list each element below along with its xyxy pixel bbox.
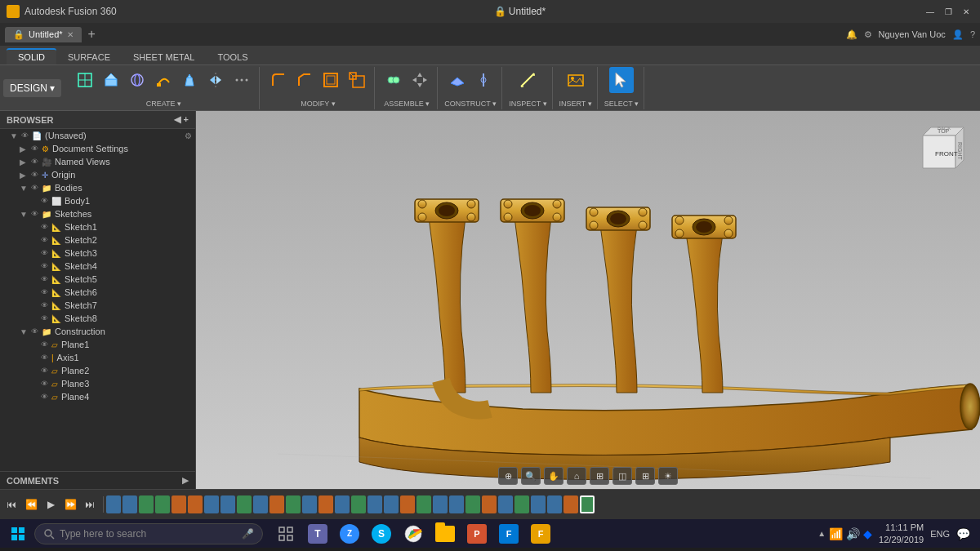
browser-item-sketch8[interactable]: ▶ 👁 📐 Sketch8 bbox=[0, 312, 195, 325]
design-dropdown[interactable]: DESIGN ▾ bbox=[3, 79, 61, 97]
start-button[interactable] bbox=[3, 519, 33, 549]
visibility-icon[interactable]: 👁 bbox=[31, 171, 38, 179]
timeline-item-25[interactable] bbox=[498, 495, 513, 513]
timeline-item-30[interactable] bbox=[580, 495, 595, 513]
timeline-item-24[interactable] bbox=[482, 495, 497, 513]
browser-item-sketch1[interactable]: ▶ 👁 📐 Sketch1 bbox=[0, 220, 195, 233]
loft-button[interactable] bbox=[177, 67, 202, 93]
files-button[interactable] bbox=[430, 519, 460, 549]
dropbox-icon[interactable]: ◆ bbox=[863, 527, 872, 540]
user-avatar[interactable]: 👤 bbox=[952, 29, 964, 40]
visibility-icon[interactable]: 👁 bbox=[41, 197, 48, 205]
visibility-icon[interactable]: 👁 bbox=[31, 184, 38, 192]
timeline-item-2[interactable] bbox=[122, 495, 137, 513]
more-create-button[interactable] bbox=[229, 67, 254, 93]
chamfer-button[interactable] bbox=[292, 67, 317, 93]
mirror-button[interactable] bbox=[203, 67, 228, 93]
timeline-next-button[interactable]: ⏩ bbox=[62, 496, 78, 513]
timeline-item-18[interactable] bbox=[384, 495, 399, 513]
timeline-item-1[interactable] bbox=[106, 495, 121, 513]
visibility-eye-icon[interactable]: 👁 bbox=[21, 131, 29, 140]
scale-button[interactable] bbox=[345, 67, 369, 93]
timeline-item-11[interactable] bbox=[270, 495, 284, 513]
powerpoint-button[interactable]: P bbox=[462, 519, 492, 549]
zoom-fit-button[interactable]: ⊞ bbox=[590, 467, 609, 485]
visibility-icon[interactable]: 👁 bbox=[41, 340, 48, 349]
browser-item-sketch4[interactable]: ▶ 👁 📐 Sketch4 bbox=[0, 260, 195, 273]
timeline-item-19[interactable] bbox=[400, 495, 415, 513]
visibility-icon[interactable]: 👁 bbox=[31, 210, 38, 218]
timeline-item-6[interactable] bbox=[188, 495, 203, 513]
timeline-forward-button[interactable]: ⏭ bbox=[82, 496, 98, 513]
files2-button[interactable]: F bbox=[494, 519, 523, 549]
visibility-icon[interactable]: 👁 bbox=[41, 301, 48, 309]
timeline-item-4[interactable] bbox=[155, 495, 170, 513]
zoom-button[interactable]: Z bbox=[335, 519, 364, 549]
browser-item-sketch7[interactable]: ▶ 👁 📐 Sketch7 bbox=[0, 299, 195, 312]
browser-item-unsaved[interactable]: ▼ 👁 📄 (Unsaved) ⚙ bbox=[0, 129, 195, 142]
maximize-button[interactable]: ❐ bbox=[941, 4, 956, 19]
timeline-item-20[interactable] bbox=[416, 495, 431, 513]
timeline-item-10[interactable] bbox=[253, 495, 268, 513]
insert-image-button[interactable] bbox=[564, 67, 588, 93]
timeline-item-15[interactable] bbox=[335, 495, 350, 513]
browser-item-named-views[interactable]: ▶ 👁 🎥 Named Views bbox=[0, 155, 195, 168]
network-icon[interactable]: 📶 bbox=[829, 527, 843, 540]
tab-tools[interactable]: TOOLS bbox=[206, 50, 259, 64]
volume-icon[interactable]: 🔊 bbox=[846, 527, 860, 540]
timeline-item-8[interactable] bbox=[220, 495, 235, 513]
timeline-rewind-button[interactable]: ⏮ bbox=[3, 496, 20, 513]
visibility-icon[interactable]: 👁 bbox=[41, 288, 48, 296]
move-button[interactable] bbox=[408, 67, 432, 93]
chrome-button[interactable] bbox=[399, 519, 428, 549]
browser-add-icon[interactable]: + bbox=[184, 114, 189, 125]
timeline-item-12[interactable] bbox=[286, 495, 301, 513]
zoom-button[interactable]: 🔍 bbox=[521, 467, 541, 485]
settings-icon[interactable]: ⚙ bbox=[864, 29, 872, 40]
timeline-item-7[interactable] bbox=[204, 495, 219, 513]
browser-item-sketch6[interactable]: ▶ 👁 📐 Sketch6 bbox=[0, 286, 195, 299]
visibility-icon[interactable]: 👁 bbox=[41, 314, 48, 322]
extrude-button[interactable] bbox=[99, 67, 123, 93]
browser-item-body1[interactable]: ▶ 👁 ⬜ Body1 bbox=[0, 194, 195, 207]
home-view-button[interactable]: ⌂ bbox=[567, 467, 586, 485]
measure-button[interactable] bbox=[515, 67, 540, 93]
timeline-item-5[interactable] bbox=[172, 495, 186, 513]
timeline-item-29[interactable] bbox=[564, 495, 578, 513]
sweep-button[interactable] bbox=[151, 67, 176, 93]
revolve-button[interactable] bbox=[125, 67, 149, 93]
environment-button[interactable]: ☀ bbox=[658, 467, 678, 485]
viewcube[interactable]: FRONT TOP RIGHT BACK bbox=[906, 119, 972, 184]
visibility-icon[interactable]: 👁 bbox=[41, 393, 48, 401]
taskview-button[interactable] bbox=[271, 519, 301, 549]
tab-solid[interactable]: SOLID bbox=[7, 48, 56, 64]
timeline-item-28[interactable] bbox=[547, 495, 562, 513]
browser-item-origin[interactable]: ▶ 👁 ✛ Origin bbox=[0, 168, 195, 181]
grid-settings-button[interactable]: ⊞ bbox=[635, 467, 655, 485]
browser-item-plane1[interactable]: ▶ 👁 ▱ Plane1 bbox=[0, 338, 195, 351]
timeline-item-23[interactable] bbox=[466, 495, 480, 513]
timeline-play-button[interactable]: ▶ bbox=[42, 496, 59, 513]
3d-viewport[interactable]: FRONT TOP RIGHT BACK ⊕ 🔍 ✋ ⌂ ⊞ ◫ ⊞ ☀ bbox=[196, 111, 980, 489]
skype-button[interactable]: S bbox=[367, 519, 396, 549]
orbit-button[interactable]: ⊕ bbox=[498, 467, 518, 485]
teams-button[interactable]: T bbox=[303, 519, 332, 549]
visibility-icon[interactable]: 👁 bbox=[41, 275, 48, 283]
timeline-item-21[interactable] bbox=[433, 495, 448, 513]
new-tab-button[interactable]: + bbox=[85, 27, 99, 42]
tab-close-icon[interactable]: ✕ bbox=[67, 30, 74, 39]
timeline-prev-button[interactable]: ⏪ bbox=[23, 496, 39, 513]
microphone-icon[interactable]: 🎤 bbox=[242, 528, 254, 540]
joint-button[interactable] bbox=[381, 67, 406, 93]
offset-plane-button[interactable] bbox=[445, 67, 470, 93]
taskbar-search[interactable]: Type here to search 🎤 bbox=[34, 523, 263, 544]
timeline-item-14[interactable] bbox=[318, 495, 333, 513]
browser-item-sketches[interactable]: ▼ 👁 📁 Sketches bbox=[0, 207, 195, 220]
new-component-button[interactable] bbox=[73, 67, 97, 93]
language-indicator[interactable]: ENG bbox=[930, 529, 950, 539]
browser-item-sketch5[interactable]: ▶ 👁 📐 Sketch5 bbox=[0, 273, 195, 286]
timeline-item-22[interactable] bbox=[449, 495, 464, 513]
browser-item-sketch3[interactable]: ▶ 👁 📐 Sketch3 bbox=[0, 247, 195, 260]
visibility-icon[interactable]: 👁 bbox=[41, 223, 48, 231]
fillet-button[interactable] bbox=[266, 67, 291, 93]
